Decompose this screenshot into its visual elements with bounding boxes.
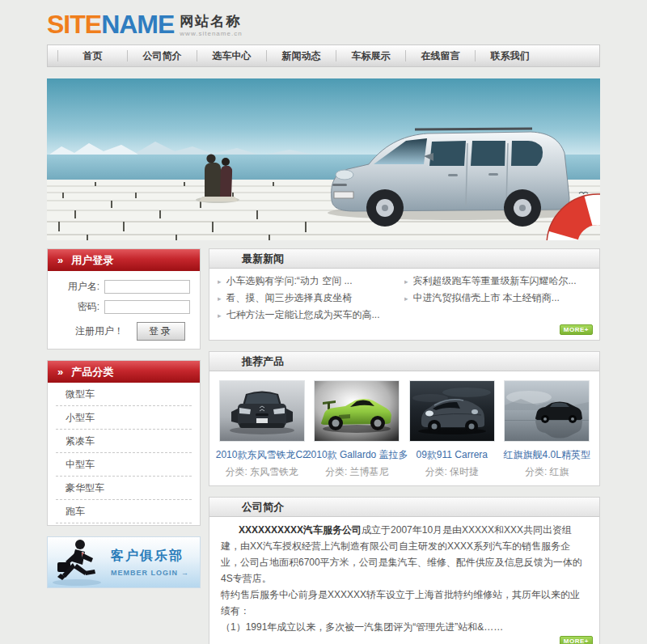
product-category: 分类: 兰博基尼 [325, 465, 389, 479]
hero-banner-illustration [47, 78, 600, 240]
news-list-right: ▸宾利超级跑车等重量级新车闪耀哈尔... ▸中进汽贸拟借壳上市 本土经销商... [404, 273, 591, 324]
login-title: 用户登录 [71, 253, 113, 268]
category-item-micro[interactable]: 微型车 [56, 383, 192, 406]
hero-banner [47, 78, 600, 240]
about-lead-text: XXXXXXXXXX汽车服务公司 [239, 524, 362, 536]
logo-name-text: NAME [101, 10, 174, 39]
category-item-luxury[interactable]: 豪华型车 [56, 477, 192, 500]
about-para2: 特约售后服务中心前身是XXXXXX轿车设立于上海首批特约维修站，其历年以来的业绩… [221, 587, 588, 619]
categories-title: 产品分类 [71, 365, 113, 379]
about-more-button[interactable]: MORE+ [560, 636, 593, 644]
login-panel-header: » 用户登录 [48, 249, 200, 271]
bullet-icon: ▸ [404, 278, 408, 286]
news-panel-header: 最新新闻 [209, 249, 599, 269]
news-link[interactable]: 看、摸、闻三步选择真皮坐椅 [226, 291, 353, 305]
nav-item-badges[interactable]: 车标展示 [336, 50, 405, 61]
member-club-banner[interactable]: 客户俱乐部 MEMBER LOGIN → [47, 536, 201, 588]
product-category: 分类: 保时捷 [425, 465, 479, 479]
about-title: 公司简介 [242, 500, 284, 515]
news-panel: 最新新闻 ▸小车选购有学问:“动力 空间 ... ▸看、摸、闻三步选择真皮坐椅 … [209, 248, 600, 341]
password-input[interactable] [104, 300, 190, 314]
username-input[interactable] [104, 280, 190, 294]
arrow-right-icon: → [181, 569, 189, 577]
about-para3: （1）1991年成立以来，多次被一汽集团评为“管理先进”站和&…… [221, 619, 588, 635]
sidebar: » 用户登录 用户名: 密码: 注册用户！ 登录 [47, 248, 201, 599]
about-panel-header: 公司简介 [209, 498, 599, 517]
site-logo[interactable]: SITENAME 网站名称 www.sitename.cn [47, 11, 243, 38]
category-item-compact[interactable]: 紧凑车 [56, 430, 192, 453]
username-label: 用户名: [54, 280, 99, 294]
nav-item-home[interactable]: 首页 [57, 50, 127, 61]
logo-chinese-title: 网站名称 [180, 15, 242, 28]
main-content: 最新新闻 ▸小车选购有学问:“动力 空间 ... ▸看、摸、闻三步选择真皮坐椅 … [209, 248, 600, 644]
register-link[interactable]: 注册用户！ [75, 324, 124, 338]
product-card-porsche[interactable]: 09款911 Carrera 分类: 保时捷 [404, 380, 500, 479]
product-category: 分类: 红旗 [525, 465, 569, 479]
login-panel: » 用户登录 用户名: 密码: 注册用户！ 登录 [47, 248, 201, 350]
category-item-small[interactable]: 小型车 [56, 406, 192, 430]
categories-panel-header: » 产品分类 [48, 361, 200, 383]
product-name[interactable]: 2010款 Gallardo 盖拉多 [306, 448, 408, 462]
site-header: SITENAME 网站名称 www.sitename.cn [47, 0, 600, 44]
about-text: XXXXXXXXXX汽车服务公司成立于2007年10月是由XXXXX和XXX共同… [209, 517, 599, 635]
news-item: ▸七种方法一定能让您成为买车的高... [218, 307, 404, 324]
logo-site-url: www.sitename.cn [180, 30, 242, 37]
logo-site-text: SITE [47, 10, 101, 39]
news-link[interactable]: 七种方法一定能让您成为买车的高... [226, 308, 380, 322]
nav-item-about[interactable]: 公司简介 [127, 50, 197, 61]
product-category: 分类: 东风雪铁龙 [225, 465, 298, 479]
news-link[interactable]: 中进汽贸拟借壳上市 本土经销商... [413, 291, 560, 305]
about-panel: 公司简介 XXXXXXXXXX汽车服务公司成立于2007年10月是由XXXXX和… [209, 497, 600, 644]
password-label: 密码: [54, 300, 99, 314]
news-item: ▸宾利超级跑车等重量级新车闪耀哈尔... [404, 273, 591, 290]
nav-item-news[interactable]: 新闻动态 [266, 50, 336, 61]
news-item: ▸中进汽贸拟借壳上市 本土经销商... [404, 290, 591, 307]
news-more-button[interactable]: MORE+ [560, 324, 593, 335]
bullet-icon: ▸ [218, 311, 222, 320]
product-card-hongqi[interactable]: 红旗旗舰4.0L精英型 分类: 红旗 [500, 380, 595, 479]
product-photo-citroen [219, 380, 305, 442]
product-photo-hongqi [504, 380, 590, 442]
nav-item-guestbook[interactable]: 在线留言 [405, 50, 475, 61]
double-chevron-icon: » [57, 366, 63, 378]
club-title: 客户俱乐部 [111, 548, 189, 565]
category-item-sports[interactable]: 跑车 [56, 500, 192, 523]
product-name[interactable]: 红旗旗舰4.0L精英型 [504, 448, 590, 462]
product-card-gallardo[interactable]: 2010款 Gallardo 盖拉多 分类: 兰博基尼 [310, 380, 405, 479]
login-button[interactable]: 登录 [137, 322, 185, 341]
nav-item-car-center[interactable]: 选车中心 [197, 50, 266, 61]
bullet-icon: ▸ [218, 278, 222, 286]
businessman-icon [48, 537, 108, 587]
main-nav: 首页 公司简介 选车中心 新闻动态 车标展示 在线留言 联系我们 [47, 44, 600, 67]
news-item: ▸小车选购有学问:“动力 空间 ... [218, 273, 404, 290]
products-panel: 推荐产品 [209, 351, 600, 486]
products-panel-header: 推荐产品 [209, 352, 599, 371]
product-name[interactable]: 09款911 Carrera [417, 448, 488, 462]
nav-item-contact[interactable]: 联系我们 [475, 50, 544, 61]
news-link[interactable]: 宾利超级跑车等重量级新车闪耀哈尔... [413, 274, 577, 288]
double-chevron-icon: » [57, 254, 63, 266]
products-title: 推荐产品 [242, 354, 284, 369]
product-photo-gallardo [314, 380, 400, 442]
news-list-left: ▸小车选购有学问:“动力 空间 ... ▸看、摸、闻三步选择真皮坐椅 ▸七种方法… [218, 273, 404, 324]
news-title: 最新新闻 [242, 252, 284, 266]
bullet-icon: ▸ [218, 294, 222, 303]
news-link[interactable]: 小车选购有学问:“动力 空间 ... [226, 274, 353, 288]
club-subtitle: MEMBER LOGIN [111, 569, 178, 577]
news-item: ▸看、摸、闻三步选择真皮坐椅 [218, 290, 404, 307]
product-card-citroen[interactable]: 2010款东风雪铁龙C2 分类: 东风雪铁龙 [214, 380, 310, 479]
category-list: 微型车 小型车 紧凑车 中型车 豪华型车 跑车 [48, 383, 200, 525]
categories-panel: » 产品分类 微型车 小型车 紧凑车 中型车 豪华型车 跑车 [47, 360, 201, 526]
product-photo-porsche [409, 380, 495, 442]
product-name[interactable]: 2010款东风雪铁龙C2 [216, 448, 308, 462]
category-item-mid[interactable]: 中型车 [56, 453, 192, 477]
bullet-icon: ▸ [404, 294, 408, 303]
logo-wordmark: SITENAME [47, 11, 174, 38]
